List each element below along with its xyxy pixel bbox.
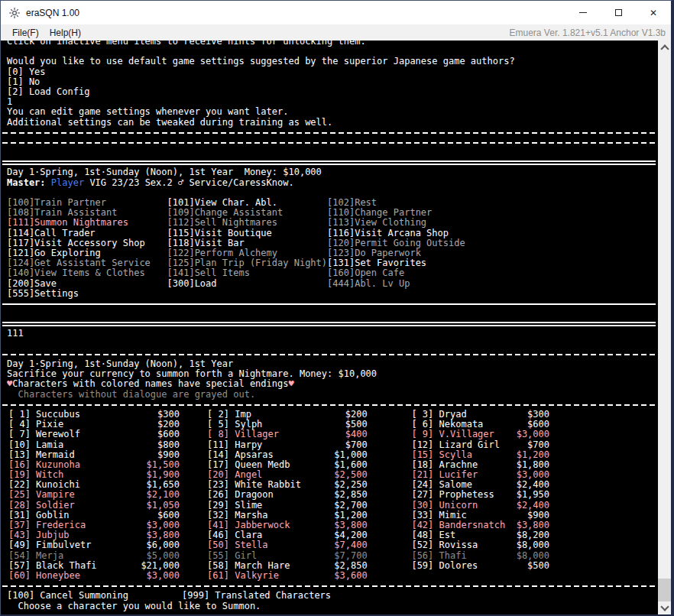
menu-item[interactable]: [112]Sell Nightmares [167, 218, 328, 228]
menu-item[interactable]: [120]Permit Going Outside [327, 238, 465, 248]
summon-character[interactable]: [29] Slime $2,700 [207, 501, 411, 511]
status-date-line: Day 1·Spring, 1st·Sunday (Noon), 1st Yea… [1, 167, 658, 177]
menu-item[interactable]: [125]Plan Trip (Friday Night) [167, 258, 328, 268]
summon-character[interactable]: [ 1] Succubus $300 [8, 410, 207, 420]
scrollbar-thumb[interactable] [658, 579, 671, 601]
summon-character[interactable]: [19] Witch $1,900 [8, 470, 207, 480]
summon-character[interactable]: [46] Clara $4,200 [207, 530, 411, 540]
menu-item[interactable]: [114]Call Trader [7, 229, 167, 238]
summon-character[interactable]: [11] Harpy $700 [207, 440, 411, 450]
scroll-down-button[interactable] [658, 601, 671, 614]
summon-character[interactable]: [30] Unicorn $2,400 [411, 501, 549, 511]
summon-input-echo: 111 [1, 329, 658, 339]
summon-character[interactable]: [25] Vampire $2,100 [8, 490, 207, 500]
summon-character[interactable]: [27] Prophetess $1,950 [411, 490, 549, 500]
summon-character[interactable]: [60] Honeybee $3,000 [8, 571, 207, 581]
menu-item[interactable]: [141]Sell Items [167, 268, 328, 278]
summon-character[interactable]: [61] Valkyrie $3,600 [207, 571, 411, 581]
summon-character[interactable]: [ 8] Villager $400 [207, 430, 411, 439]
summon-character[interactable]: [ 7] Werewolf $600 [8, 430, 207, 439]
summon-character[interactable]: [14] Apsaras $1,000 [207, 450, 411, 460]
menu-item[interactable]: [200]Save [7, 279, 167, 289]
minimize-icon [579, 12, 587, 13]
summon-character[interactable]: [10] Lamia $800 [8, 440, 207, 450]
menu-item[interactable]: [444]Abl. Lv Up [327, 279, 410, 289]
summon-character[interactable]: [49] Fimbulvetr $6,000 [8, 540, 207, 550]
summon-character[interactable]: [13] Mermaid $900 [8, 450, 207, 460]
summon-character[interactable]: [20] Angel $2,500 [207, 470, 411, 480]
settings-option-no[interactable]: [1] No [1, 77, 658, 87]
summon-character[interactable]: [ 4] Pixie $200 [8, 420, 207, 430]
summon-character[interactable]: [ 2] Imp $200 [207, 410, 411, 420]
summon-character[interactable]: [16] Kuzunoha $1,500 [8, 460, 207, 470]
menu-item[interactable]: [100]Train Partner [7, 198, 167, 208]
summon-character[interactable]: [52] Rovissa $8,000 [411, 540, 549, 550]
summon-character[interactable]: [24] Salome $2,400 [411, 480, 549, 490]
menu-item[interactable]: [124]Get Assistant Service [7, 258, 167, 268]
menu-item[interactable]: [118]Visit Bar [167, 238, 328, 248]
menu-item[interactable]: [113]View Clothing [327, 218, 426, 228]
menu-help[interactable]: Help(H) [44, 28, 86, 38]
scrollbar[interactable] [658, 41, 671, 614]
summon-character[interactable]: [32] Marsha $1,200 [207, 511, 411, 520]
menu-item[interactable]: [123]Do Paperwork [327, 248, 421, 258]
summon-character[interactable]: [28] Soldier $1,050 [8, 501, 207, 511]
master-name-link[interactable]: Player [51, 178, 84, 188]
menu-item[interactable]: [121]Go Exploring [7, 248, 167, 258]
settings-option-yes[interactable]: [0] Yes [1, 67, 658, 77]
menu-item[interactable]: [131]Set Favorites [327, 258, 426, 268]
summon-date-line: Day 1·Spring, 1st·Sunday (Noon), 1st Yea… [1, 359, 658, 369]
menu-row: [121]Go Exploring [122]Perform Alchemy [… [1, 248, 658, 258]
summon-character[interactable]: [23] White Rabbit $2,250 [207, 480, 411, 490]
menu-item[interactable]: [300]Load [167, 279, 328, 289]
menu-item[interactable]: [140]View Items & Clothes [7, 268, 167, 278]
menu-item[interactable]: [111]Summon Nightmares [7, 218, 167, 228]
cancel-summoning-option[interactable]: [100] Cancel Summoning [7, 591, 182, 601]
menu-item[interactable]: [555]Settings [7, 289, 167, 299]
menu-item[interactable]: [115]Visit Boutique [167, 229, 328, 238]
menu-item[interactable]: [108]Train Assistant [7, 208, 167, 218]
summon-character[interactable]: [54] Merja $5,000 [8, 551, 207, 561]
menu-item[interactable]: [109]Change Assistant [167, 208, 328, 218]
menu-item[interactable]: [122]Perform Alchemy [167, 248, 328, 258]
summon-character[interactable]: [41] Jabberwock $3,800 [207, 520, 411, 530]
summon-character[interactable]: [12] Lizard Girl $700 [411, 440, 549, 450]
summon-character[interactable]: [22] Kunoichi $1,650 [8, 480, 207, 490]
maximize-button[interactable] [601, 1, 636, 24]
menu-item[interactable]: [102]Rest [327, 198, 377, 208]
menu-item[interactable]: [160]Open Cafe [327, 268, 404, 278]
summon-character[interactable]: [57] Black Thafi $21,000 [8, 561, 207, 571]
menu-file[interactable]: File(F) [7, 28, 44, 38]
summon-character[interactable]: [50] Stella $7,400 [207, 540, 411, 550]
summon-character[interactable]: [31] Goblin $600 [8, 511, 207, 520]
summon-character[interactable]: [42] Bandersnatch $3,800 [411, 520, 549, 530]
summon-character[interactable]: [56] Thafi $8,000 [411, 551, 549, 561]
menu-item[interactable]: [116]Visit Arcana Shop [327, 229, 449, 238]
minimize-button[interactable] [565, 1, 601, 24]
menu-item[interactable]: [117]Visit Accessory Shop [7, 238, 167, 248]
menu-item[interactable]: [101]View Char. Abl. [167, 198, 328, 208]
summon-character[interactable]: [ 6] Nekomata $600 [411, 420, 549, 430]
summon-character[interactable]: [48] Est $8,200 [411, 530, 549, 540]
summon-character[interactable]: [17] Queen Medb $1,600 [207, 460, 411, 470]
summon-character[interactable]: [15] Scylla $1,200 [411, 450, 549, 460]
summon-character[interactable]: [ 9] V.Villager $3,000 [411, 430, 549, 439]
scroll-up-button[interactable] [658, 41, 671, 53]
summon-character-row: [49] Fimbulvetr $6,000 [50] Stella $7,40… [1, 540, 658, 550]
summon-character[interactable]: [ 3] Dryad $300 [411, 410, 549, 420]
summon-character[interactable]: [58] March Hare $2,850 [207, 561, 411, 571]
summon-character[interactable]: [ 5] Sylph $500 [207, 420, 411, 430]
translated-characters-option[interactable]: [999] Translated Characters [182, 591, 331, 601]
settings-option-load-config[interactable]: [2] Load Config [1, 87, 658, 97]
summon-character[interactable]: [18] Arachne $1,800 [411, 460, 549, 470]
summon-character[interactable]: [21] Lucifer $3,000 [411, 470, 549, 480]
close-button[interactable]: ✕ [636, 1, 671, 24]
summon-character[interactable]: [33] Mimic $900 [411, 511, 549, 520]
menu-item[interactable]: [110]Change Partner [327, 208, 432, 218]
summon-character[interactable]: [55] Girl $7,700 [207, 551, 411, 561]
summon-character[interactable]: [59] Dolores $500 [411, 561, 549, 571]
summon-character[interactable]: [26] Dragoon $2,850 [207, 490, 411, 500]
summon-character[interactable]: [37] Frederica $3,000 [8, 520, 207, 530]
menu-row: [200]Save [300]Load [444]Abl. Lv Up [1, 279, 658, 289]
summon-character[interactable]: [43] Jubjub $3,800 [8, 530, 207, 540]
